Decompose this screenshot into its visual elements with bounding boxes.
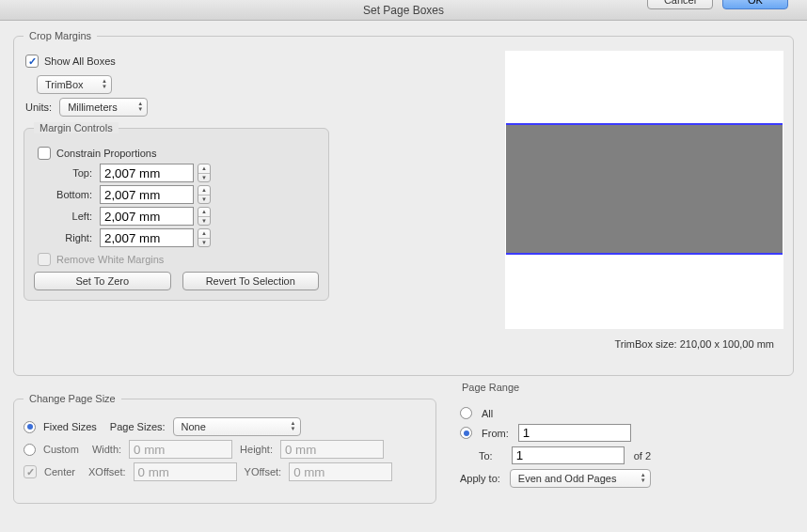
box-type-select[interactable]: TrimBox ▲▼ <box>37 75 112 94</box>
remove-white-margins-label: Remove White Margins <box>56 254 164 265</box>
select-arrows-icon: ▲▼ <box>641 472 646 483</box>
margin-top-input[interactable] <box>100 164 194 182</box>
ok-button[interactable]: OK <box>722 0 788 9</box>
crop-margins-legend: Crop Margins <box>24 30 97 41</box>
show-all-boxes-checkbox[interactable] <box>25 55 39 68</box>
xoffset-label: XOffset: <box>88 466 126 477</box>
cancel-button[interactable]: Cancel <box>647 0 713 9</box>
constrain-proportions-checkbox[interactable] <box>38 147 51 160</box>
page-preview <box>505 51 783 329</box>
page-sizes-value: None <box>182 421 206 432</box>
units-label: Units: <box>25 102 52 113</box>
page-range-group: Page Range All From: To: of 2 Apply to: … <box>447 382 762 513</box>
custom-label: Custom <box>43 444 79 455</box>
fixed-sizes-label: Fixed Sizes <box>43 421 97 432</box>
margin-right-input[interactable] <box>100 228 194 247</box>
box-type-value: TrimBox <box>45 79 84 90</box>
crop-margins-group: Crop Margins Show All Boxes TrimBox ▲▼ U… <box>13 30 794 376</box>
set-to-zero-button[interactable]: Set To Zero <box>34 272 171 290</box>
margin-left-label: Left: <box>34 211 100 222</box>
center-checkbox <box>24 465 37 478</box>
margin-left-input[interactable] <box>100 207 194 226</box>
margin-controls-group: Margin Controls Constrain Proportions To… <box>24 122 329 301</box>
select-arrows-icon: ▲▼ <box>291 420 296 431</box>
page-sizes-label: Page Sizes: <box>110 421 166 432</box>
margin-right-label: Right: <box>34 232 100 243</box>
margin-left-stepper[interactable]: ▲▼ <box>198 207 211 226</box>
margin-top-stepper[interactable]: ▲▼ <box>198 164 211 182</box>
margin-bottom-input[interactable] <box>100 185 194 204</box>
yoffset-input <box>289 462 392 481</box>
height-input <box>280 440 384 459</box>
select-arrows-icon: ▲▼ <box>102 78 107 89</box>
margin-controls-legend: Margin Controls <box>34 122 119 133</box>
change-page-size-legend: Change Page Size <box>24 393 121 404</box>
remove-white-margins-checkbox <box>38 253 51 266</box>
custom-radio[interactable] <box>24 444 36 456</box>
range-all-label: All <box>482 408 493 419</box>
fixed-sizes-radio[interactable] <box>24 421 36 433</box>
width-label: Width: <box>92 444 121 455</box>
center-label: Center <box>44 466 75 477</box>
apply-to-label: Apply to: <box>460 473 500 484</box>
show-all-boxes-label: Show All Boxes <box>44 55 116 67</box>
range-from-label: From: <box>482 428 509 439</box>
trimbox-size-label: TrimBox size: 210,00 x 100,00 mm <box>614 338 774 350</box>
range-to-label: To: <box>479 450 493 462</box>
trimbox-overlay <box>506 123 783 255</box>
units-value: Millimeters <box>68 102 118 113</box>
page-sizes-select[interactable]: None ▲▼ <box>173 417 301 436</box>
margin-right-stepper[interactable]: ▲▼ <box>198 228 211 247</box>
margin-top-label: Top: <box>34 167 100 179</box>
page-range-legend: Page Range <box>456 382 525 393</box>
xoffset-input <box>134 462 237 481</box>
apply-to-value: Even and Odd Pages <box>518 473 617 484</box>
constrain-proportions-label: Constrain Proportions <box>56 148 156 159</box>
units-select[interactable]: Millimeters ▲▼ <box>59 98 148 117</box>
height-label: Height: <box>240 444 273 455</box>
range-all-radio[interactable] <box>460 407 472 419</box>
apply-to-select[interactable]: Even and Odd Pages ▲▼ <box>510 469 651 488</box>
width-input <box>129 440 232 459</box>
range-to-input[interactable] <box>512 446 625 464</box>
revert-to-selection-button[interactable]: Revert To Selection <box>182 272 320 290</box>
range-from-radio[interactable] <box>460 427 472 439</box>
yoffset-label: YOffset: <box>245 466 282 477</box>
range-from-input[interactable] <box>518 424 631 442</box>
change-page-size-group: Change Page Size Fixed Sizes Page Sizes:… <box>13 393 436 504</box>
margin-bottom-stepper[interactable]: ▲▼ <box>198 185 211 204</box>
margin-bottom-label: Bottom: <box>34 189 100 200</box>
select-arrows-icon: ▲▼ <box>137 101 143 112</box>
range-of-label: of 2 <box>634 450 651 462</box>
